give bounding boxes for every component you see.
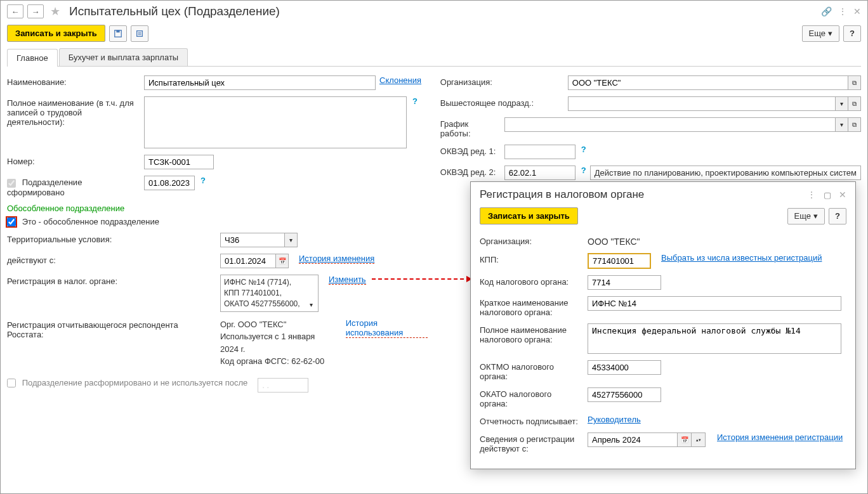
help-button[interactable]: ? (843, 25, 861, 42)
org-input[interactable] (569, 76, 848, 89)
help-icon[interactable]: ? (581, 166, 586, 175)
list-icon-button[interactable] (131, 25, 148, 42)
effective-date-combo[interactable]: 📅 (220, 254, 289, 268)
chevron-down-icon[interactable]: ▾ (835, 97, 848, 110)
history-link[interactable]: История изменения (299, 254, 374, 264)
dialog-more-button[interactable]: Еще ▾ (787, 208, 825, 224)
formed-label: Подразделение сформировано (7, 176, 140, 197)
help-icon[interactable]: ? (412, 96, 418, 106)
reg-history-link[interactable]: История изменения регистрации (717, 432, 843, 442)
help-icon[interactable]: ? (201, 176, 206, 185)
more-button[interactable]: Еще ▾ (802, 25, 839, 42)
schedule-label: График работы: (440, 117, 501, 138)
terr-combo[interactable]: ▾ (220, 233, 298, 247)
full-name-label: Полное наименование налогового органа: (480, 323, 581, 344)
separate-section-title: Обособленное подразделение (7, 204, 428, 213)
effective-label: действуют с: (7, 254, 216, 265)
tax-registration-dialog: Регистрация в налоговом органе ⋮ ▢ ✕ Зап… (470, 181, 856, 469)
nav-back-button[interactable]: ← (7, 4, 23, 18)
signer-link[interactable]: Руководитель (588, 415, 641, 424)
tab-accounting[interactable]: Бухучет и выплата зарплаты (59, 48, 188, 66)
chevron-down-icon: ▾ (828, 29, 832, 38)
favorite-icon[interactable]: ★ (50, 4, 60, 18)
tax-reg-display[interactable]: ИФНС №14 (7714), КПП 771401001, ОКАТО 45… (220, 275, 319, 311)
disbanded-checkbox[interactable] (7, 379, 16, 387)
parent-label: Вышестоящее подразд.: (440, 96, 564, 108)
chevron-down-icon: ▾ (813, 211, 818, 221)
disbanded-date-input[interactable] (258, 378, 308, 393)
formed-checkbox (7, 179, 16, 188)
number-input[interactable] (144, 155, 214, 169)
dialog-toolbar: Записать и закрыть Еще ▾ ? (471, 205, 855, 231)
name-label: Наименование: (7, 75, 140, 87)
dialog-org-value: ООО "ТЕКС" (588, 235, 640, 247)
reg-effective-input[interactable] (588, 433, 677, 446)
chevron-down-icon[interactable]: ▾ (284, 233, 297, 247)
tax-reg-label: Регистрация в налог. органе: (7, 275, 216, 286)
short-name-label: Краткое наименование налогового органа: (480, 296, 581, 317)
parent-input[interactable] (569, 97, 835, 110)
kebab-icon[interactable]: ⋮ (807, 190, 816, 200)
maximize-icon[interactable]: ▢ (824, 190, 831, 200)
open-icon[interactable]: ⧉ (848, 118, 860, 131)
calendar-icon[interactable]: 📅 (275, 254, 288, 268)
open-icon[interactable]: ⧉ (848, 97, 860, 110)
tax-code-input[interactable] (588, 275, 661, 290)
form-left-column: Наименование: Склонения Полное наименова… (7, 75, 428, 399)
chevron-down-icon[interactable]: ▾ (308, 301, 315, 309)
open-icon[interactable]: ⧉ (848, 76, 860, 89)
select-known-link[interactable]: Выбрать из числа известных регистраций (661, 253, 822, 263)
dialog-help-button[interactable]: ? (829, 208, 846, 224)
reg-effective-label: Сведения о регистрации действуют с: (480, 432, 581, 453)
parent-lookup[interactable]: ▾ ⧉ (568, 96, 861, 111)
okved1-label: ОКВЭД ред. 1: (440, 145, 501, 156)
kpp-input[interactable] (588, 253, 651, 269)
nav-forward-button[interactable]: → (27, 4, 44, 18)
dialog-org-label: Организация: (480, 235, 581, 246)
full-name-label: Полное наименование (в т.ч. для записей … (7, 96, 140, 127)
terr-input[interactable] (221, 233, 284, 247)
is-separate-label[interactable]: Это - обособленное подразделение (7, 217, 159, 227)
help-icon[interactable]: ? (581, 145, 586, 154)
rosstat-display: Орг. ООО "ТЕКС" Используется с 1 января … (220, 318, 329, 368)
stepper-icon[interactable]: ▴▾ (691, 433, 705, 446)
tab-main[interactable]: Главное (7, 49, 58, 67)
full-name-input[interactable] (144, 96, 407, 148)
arrow-annotation (372, 278, 470, 280)
name-input[interactable] (144, 75, 376, 90)
full-name-input[interactable] (588, 323, 841, 354)
close-icon[interactable]: ✕ (853, 6, 861, 16)
svg-rect-1 (116, 30, 119, 32)
number-label: Номер: (7, 155, 140, 166)
kebab-icon[interactable]: ⋮ (838, 6, 847, 16)
dialog-body: Организация: ООО "ТЕКС" КПП: Выбрать из … (471, 231, 855, 469)
reg-effective-combo[interactable]: 📅 ▴▾ (588, 432, 706, 447)
change-link[interactable]: Изменить (329, 275, 366, 285)
dialog-title: Регистрация в налоговом органе (480, 188, 644, 201)
okved1-input[interactable] (504, 145, 575, 159)
schedule-input[interactable] (505, 118, 835, 131)
okato-input[interactable] (588, 387, 661, 402)
save-and-close-button[interactable]: Записать и закрыть (7, 25, 105, 42)
titlebar: ← → ★ Испытательный цех (Подразделение) … (1, 1, 867, 22)
effective-date-input[interactable] (221, 254, 275, 268)
okato-label: ОКАТО налогового органа: (480, 387, 581, 408)
schedule-lookup[interactable]: ▾ ⧉ (504, 117, 861, 132)
disbanded-label[interactable]: Подразделение расформировано и не исполь… (7, 378, 247, 388)
oktmo-input[interactable] (588, 360, 661, 375)
link-icon[interactable]: 🔗 (821, 6, 832, 16)
save-icon-button[interactable] (109, 25, 127, 42)
short-name-input[interactable] (588, 296, 841, 311)
close-icon[interactable]: ✕ (839, 190, 846, 200)
dialog-save-close-button[interactable]: Записать и закрыть (480, 207, 578, 224)
calendar-icon[interactable]: 📅 (677, 433, 691, 446)
usage-history-link[interactable]: История использования (346, 318, 428, 338)
terr-label: Территориальные условия: (7, 233, 216, 244)
org-lookup[interactable]: ⧉ (568, 75, 861, 90)
okved2-input[interactable] (504, 166, 575, 180)
formed-date-input[interactable] (144, 176, 195, 190)
declensions-link[interactable]: Склонения (379, 75, 421, 85)
chevron-down-icon[interactable]: ▾ (835, 118, 848, 131)
is-separate-checkbox[interactable] (7, 218, 16, 226)
okved2-description: Действие по планированию, проектированию… (590, 166, 861, 180)
